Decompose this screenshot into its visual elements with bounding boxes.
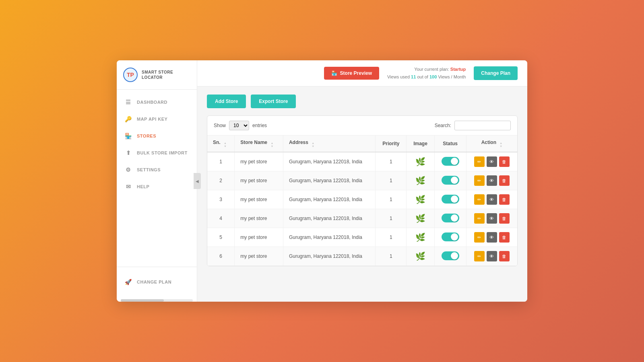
- toggle-knob-2: [451, 195, 458, 203]
- cell-action-0: ✏ 👁 🗑: [466, 152, 517, 171]
- view-button-4[interactable]: 👁: [487, 232, 497, 243]
- cell-status-1: [434, 171, 466, 190]
- plan-info: Your current plan: Startup Views used 11…: [387, 66, 466, 80]
- cell-priority-3: 1: [376, 209, 407, 228]
- add-store-button[interactable]: Add Store: [207, 95, 246, 108]
- nav-icon-help: ✉: [125, 183, 132, 190]
- cell-name-0: my pet store: [235, 152, 283, 171]
- sidebar-item-settings[interactable]: ⚙ SETTINGS: [117, 161, 197, 178]
- status-toggle-3[interactable]: [442, 214, 459, 222]
- plant-icon-4: 🌿: [412, 232, 428, 242]
- cell-sn-1: 2: [207, 171, 235, 190]
- edit-button-3[interactable]: ✏: [474, 213, 485, 224]
- cell-status-3: [434, 209, 466, 228]
- nav-label-bulk-store-import: BULK STORE IMPORT: [137, 150, 188, 155]
- status-toggle-0[interactable]: [442, 157, 459, 166]
- table-row: 6 my pet store Gurugram, Haryana 122018,…: [207, 247, 517, 266]
- table-body: 1 my pet store Gurugram, Haryana 122018,…: [207, 152, 517, 266]
- show-label: Show: [214, 123, 226, 128]
- cell-image-5: 🌿: [407, 247, 434, 266]
- col-address: Address ▲▼: [283, 136, 375, 152]
- export-store-button[interactable]: Export Store: [251, 95, 296, 108]
- cell-address-5: Gurugram, Haryana 122018, India: [283, 247, 375, 266]
- cell-image-4: 🌿: [407, 228, 434, 247]
- sidebar-bottom: 🚀 CHANGE PLAN: [117, 267, 197, 297]
- delete-button-5[interactable]: 🗑: [499, 251, 510, 261]
- cell-status-4: [434, 228, 466, 247]
- edit-button-4[interactable]: ✏: [474, 232, 485, 243]
- plant-icon-2: 🌿: [412, 195, 428, 204]
- view-button-5[interactable]: 👁: [487, 251, 497, 261]
- status-toggle-1[interactable]: [442, 176, 459, 185]
- cell-status-5: [434, 247, 466, 266]
- view-button-2[interactable]: 👁: [487, 194, 497, 205]
- view-button-0[interactable]: 👁: [487, 156, 497, 167]
- cell-priority-5: 1: [376, 247, 407, 266]
- sidebar-nav: ☰ DASHBOARD 🔑 MAP API KEY 🏪 STORES ⬆ BUL…: [117, 90, 197, 267]
- view-button-3[interactable]: 👁: [487, 213, 497, 224]
- sidebar-scrollbar: [121, 299, 193, 302]
- plan-views-total: 100: [429, 74, 437, 79]
- table-header: Sn. ▲▼ Store Name ▲▼ Address ▲▼ Priority…: [207, 136, 517, 152]
- col-action: Action ▲▼: [466, 136, 517, 152]
- plan-label: Your current plan:: [414, 67, 449, 72]
- col-image: Image: [407, 136, 434, 152]
- status-toggle-4[interactable]: [442, 232, 459, 241]
- cell-name-1: my pet store: [235, 171, 283, 190]
- table-row: 2 my pet store Gurugram, Haryana 122018,…: [207, 171, 517, 190]
- sidebar: TP SMART STORE LOCATOR ☰ DASHBOARD 🔑 MAP…: [117, 60, 197, 302]
- toggle-knob-0: [451, 158, 458, 165]
- sidebar-collapse-button[interactable]: ◀: [194, 173, 201, 189]
- nav-label-change-plan: CHANGE PLAN: [137, 280, 171, 284]
- toggle-knob-1: [451, 177, 458, 184]
- search-input[interactable]: [454, 121, 511, 130]
- plan-views-outof: out of: [417, 74, 428, 79]
- logo-text: SMART STORE LOCATOR: [142, 70, 190, 80]
- delete-button-2[interactable]: 🗑: [499, 194, 510, 205]
- nav-label-map-api-key: MAP API KEY: [137, 117, 167, 121]
- delete-button-0[interactable]: 🗑: [499, 156, 510, 167]
- change-plan-button[interactable]: Change Plan: [474, 66, 518, 80]
- sidebar-item-bulk-store-import[interactable]: ⬆ BULK STORE IMPORT: [117, 144, 197, 161]
- delete-button-4[interactable]: 🗑: [499, 232, 510, 243]
- sidebar-item-map-api-key[interactable]: 🔑 MAP API KEY: [117, 111, 197, 128]
- sidebar-item-change-plan[interactable]: 🚀 CHANGE PLAN: [117, 274, 197, 290]
- cell-name-2: my pet store: [235, 190, 283, 209]
- col-priority: Priority: [376, 136, 407, 152]
- action-btns-2: ✏ 👁 🗑: [472, 194, 512, 205]
- edit-button-0[interactable]: ✏: [474, 156, 485, 167]
- table-container: Show 10 25 50 100 entries Search:: [207, 115, 518, 266]
- toggle-knob-4: [451, 233, 458, 241]
- cell-priority-4: 1: [376, 228, 407, 247]
- cell-sn-2: 3: [207, 190, 235, 209]
- plant-icon-3: 🌿: [412, 214, 428, 223]
- table-row: 5 my pet store Gurugram, Haryana 122018,…: [207, 228, 517, 247]
- search-box: Search:: [435, 121, 511, 130]
- sort-sn-icon: ▲▼: [224, 142, 227, 148]
- store-preview-button[interactable]: 🏪 Store Preview: [324, 67, 379, 80]
- sidebar-item-help[interactable]: ✉ HELP: [117, 178, 197, 195]
- edit-button-2[interactable]: ✏: [474, 194, 485, 205]
- nav-icon-settings: ⚙: [125, 166, 132, 173]
- plant-icon-1: 🌿: [412, 176, 428, 185]
- cell-address-4: Gurugram, Haryana 122018, India: [283, 228, 375, 247]
- delete-button-1[interactable]: 🗑: [499, 175, 510, 186]
- cell-action-1: ✏ 👁 🗑: [466, 171, 517, 190]
- nav-icon-bulk-store-import: ⬆: [125, 149, 132, 156]
- edit-button-5[interactable]: ✏: [474, 251, 485, 261]
- sidebar-item-dashboard[interactable]: ☰ DASHBOARD: [117, 94, 197, 111]
- view-button-1[interactable]: 👁: [487, 175, 497, 186]
- status-toggle-5[interactable]: [442, 251, 459, 260]
- cell-status-2: [434, 190, 466, 209]
- delete-button-3[interactable]: 🗑: [499, 213, 510, 224]
- plan-views-suffix: Views / Month: [438, 74, 466, 79]
- sidebar-logo: TP SMART STORE LOCATOR: [117, 60, 197, 90]
- cell-image-0: 🌿: [407, 152, 434, 171]
- sidebar-item-stores[interactable]: 🏪 STORES: [117, 128, 197, 144]
- action-row: Add Store Export Store: [207, 95, 518, 108]
- col-store-name: Store Name ▲▼: [235, 136, 283, 152]
- status-toggle-2[interactable]: [442, 195, 459, 204]
- edit-button-1[interactable]: ✏: [474, 175, 485, 186]
- table-controls: Show 10 25 50 100 entries Search:: [207, 116, 517, 136]
- entries-select[interactable]: 10 25 50 100: [229, 121, 249, 130]
